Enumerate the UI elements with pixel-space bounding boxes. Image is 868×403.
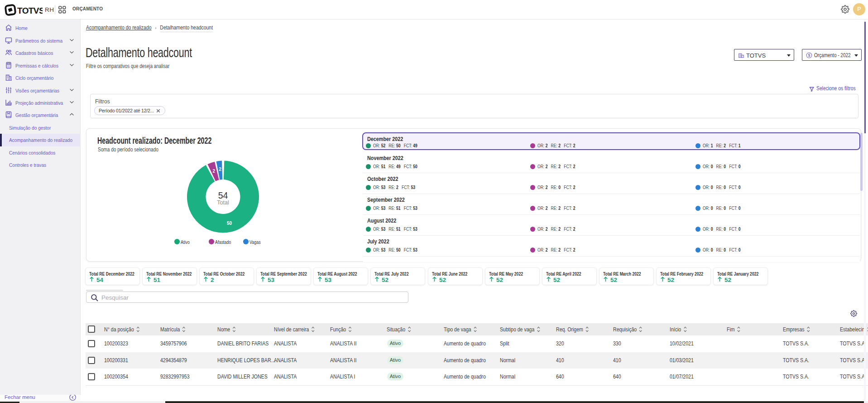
svg-text:54: 54	[218, 190, 228, 200]
svg-text:2: 2	[213, 169, 216, 174]
svg-text:50: 50	[227, 221, 232, 226]
svg-text:TOTVS: TOTVS	[17, 6, 43, 15]
svg-text:Total: Total	[217, 199, 229, 206]
svg-text:2: 2	[219, 167, 221, 172]
